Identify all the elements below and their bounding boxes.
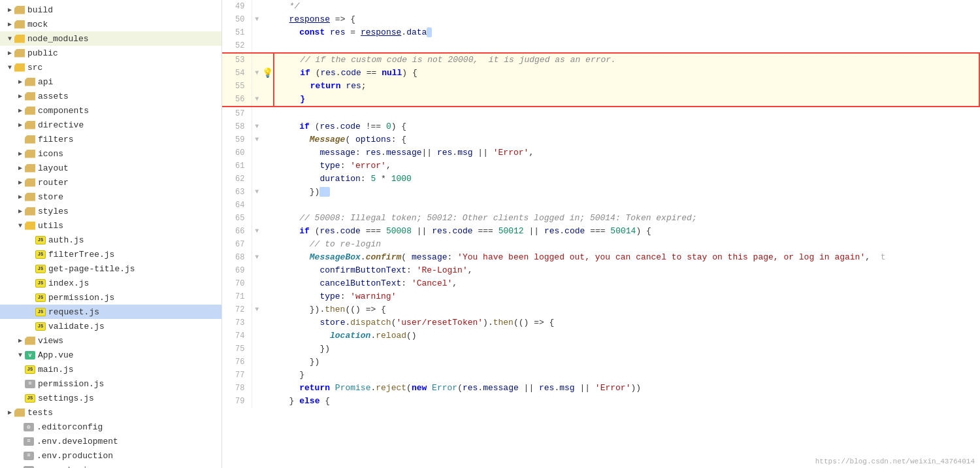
fold-58[interactable]: ▼ — [252, 120, 262, 133]
label-icons: icons — [38, 149, 63, 159]
code-content-71: type: 'warning' — [274, 290, 979, 303]
file-icon-filtertree-js: JS — [35, 250, 46, 259]
tree-item-permission-js[interactable]: JS permission.js — [0, 290, 221, 305]
fold-49[interactable] — [252, 0, 262, 13]
fold-72[interactable]: ▼ — [252, 303, 262, 316]
folder-icon-store — [25, 193, 35, 201]
fold-73[interactable] — [252, 316, 262, 329]
arrow-styles: ▶ — [16, 207, 25, 215]
file-icon-request-js: JS — [35, 308, 46, 316]
fold-61[interactable] — [252, 159, 262, 173]
fold-59[interactable]: ▼ — [252, 133, 262, 146]
tree-item-src[interactable]: ▼ src — [0, 60, 221, 75]
fold-70[interactable] — [252, 277, 262, 290]
tree-item-auth-js[interactable]: JS auth.js — [0, 233, 221, 247]
tree-item-env-development[interactable]: ≡ .env.development — [0, 434, 221, 448]
tree-item-styles[interactable]: ▶ styles — [0, 204, 221, 218]
fold-69[interactable] — [252, 264, 262, 277]
line-num-55: 55 — [222, 80, 252, 93]
tree-item-request-js[interactable]: JS request.js — [0, 305, 221, 319]
line-num-60: 60 — [222, 146, 252, 159]
tree-item-directive[interactable]: ▶ directive — [0, 118, 221, 132]
tree-item-assets[interactable]: ▶ assets — [0, 89, 221, 103]
tree-item-icons[interactable]: ▶ icons — [0, 146, 221, 161]
fold-62[interactable] — [252, 173, 262, 186]
file-tree[interactable]: ▶ build ▶ mock ▼ node_modules ▶ public ▼… — [0, 0, 222, 468]
tree-item-node-modules[interactable]: ▼ node_modules — [0, 31, 221, 46]
tree-item-editorconfig[interactable]: ⚙ .editorconfig — [0, 420, 221, 434]
fold-64[interactable] — [252, 199, 262, 212]
tree-item-env-production[interactable]: ≡ .env.production — [0, 448, 221, 463]
fold-50[interactable]: ▼ — [252, 13, 262, 26]
line-num-65: 65 — [222, 212, 252, 225]
tree-item-env-staging[interactable]: ≡ .env.staging — [0, 463, 221, 468]
file-icon-permission-js: JS — [35, 293, 46, 302]
tree-item-router[interactable]: ▶ router — [0, 175, 221, 190]
fold-76[interactable] — [252, 356, 262, 369]
code-line-63: 63 ▼ }) — [222, 186, 979, 199]
fold-79[interactable] — [252, 395, 262, 408]
folder-icon-mock — [14, 20, 25, 29]
tree-item-utils[interactable]: ▼ utils — [0, 218, 221, 233]
bulb-56 — [262, 93, 274, 107]
fold-71[interactable] — [252, 290, 262, 303]
tree-item-build[interactable]: ▶ build — [0, 3, 221, 17]
tree-item-get-page-title-js[interactable]: JS get-page-title.js — [0, 261, 221, 276]
tree-item-permission2-js[interactable]: ≡ permission.js — [0, 376, 221, 391]
code-line-62: 62 duration: 5 * 1000 — [222, 173, 979, 186]
fold-60[interactable] — [252, 146, 262, 159]
bulb-79 — [262, 395, 274, 408]
tree-item-components[interactable]: ▶ components — [0, 103, 221, 118]
code-content-53: // if the custom code is not 20000, it i… — [274, 53, 979, 67]
code-line-56: 56 ▼ } — [222, 93, 979, 107]
fold-74[interactable] — [252, 329, 262, 343]
label-utils: utils — [38, 221, 63, 231]
code-content-54: if (res.code == null) { — [274, 67, 979, 80]
fold-65[interactable] — [252, 212, 262, 225]
code-line-67: 67 // to re-login — [222, 238, 979, 251]
code-content-75: }) — [274, 343, 979, 356]
fold-68[interactable]: ▼ — [252, 251, 262, 264]
code-content-58: if (res.code !== 0) { — [274, 120, 979, 133]
fold-77[interactable] — [252, 369, 262, 382]
tree-item-index-js[interactable]: JS index.js — [0, 276, 221, 290]
line-num-68: 68 — [222, 251, 252, 264]
fold-52[interactable] — [252, 39, 262, 53]
tree-item-settings-js[interactable]: JS settings.js — [0, 391, 221, 405]
code-content-73: store.dispatch('user/resetToken').then((… — [274, 316, 979, 329]
fold-63[interactable]: ▼ — [252, 186, 262, 199]
code-content-57 — [274, 107, 979, 120]
tree-item-app-vue[interactable]: ▼ V App.vue — [0, 348, 221, 362]
bulb-51 — [262, 26, 274, 39]
fold-75[interactable] — [252, 343, 262, 356]
tree-item-public[interactable]: ▶ public — [0, 46, 221, 60]
fold-54[interactable]: ▼ — [252, 67, 262, 80]
fold-67[interactable] — [252, 238, 262, 251]
fold-51[interactable] — [252, 26, 262, 39]
code-content-76: }) — [274, 356, 979, 369]
bulb-73 — [262, 316, 274, 329]
folder-icon-directive — [25, 121, 35, 129]
code-content-65: // 50008: Illegal token; 50012: Other cl… — [274, 212, 979, 225]
fold-55[interactable] — [252, 80, 262, 93]
folder-icon-assets — [25, 92, 35, 101]
tree-item-mock[interactable]: ▶ mock — [0, 17, 221, 31]
fold-57[interactable] — [252, 107, 262, 120]
fold-56[interactable]: ▼ — [252, 93, 262, 107]
fold-53[interactable] — [252, 53, 262, 67]
bulb-54: 💡 — [262, 67, 274, 80]
tree-item-filtertree-js[interactable]: JS filterTree.js — [0, 247, 221, 261]
tree-item-views[interactable]: ▶ views — [0, 333, 221, 348]
tree-item-validate-js[interactable]: JS validate.js — [0, 319, 221, 333]
fold-78[interactable] — [252, 382, 262, 395]
tree-item-api[interactable]: ▶ api — [0, 75, 221, 89]
tree-item-filters[interactable]: filters — [0, 132, 221, 146]
tree-item-tests[interactable]: ▶ tests — [0, 405, 221, 420]
tree-item-store[interactable]: ▶ store — [0, 190, 221, 204]
arrow-components: ▶ — [16, 107, 25, 114]
arrow-router: ▶ — [16, 178, 25, 186]
fold-66[interactable]: ▼ — [252, 225, 262, 238]
tree-item-layout[interactable]: ▶ layout — [0, 161, 221, 175]
folder-icon-layout — [25, 164, 35, 173]
tree-item-main-js[interactable]: JS main.js — [0, 362, 221, 376]
